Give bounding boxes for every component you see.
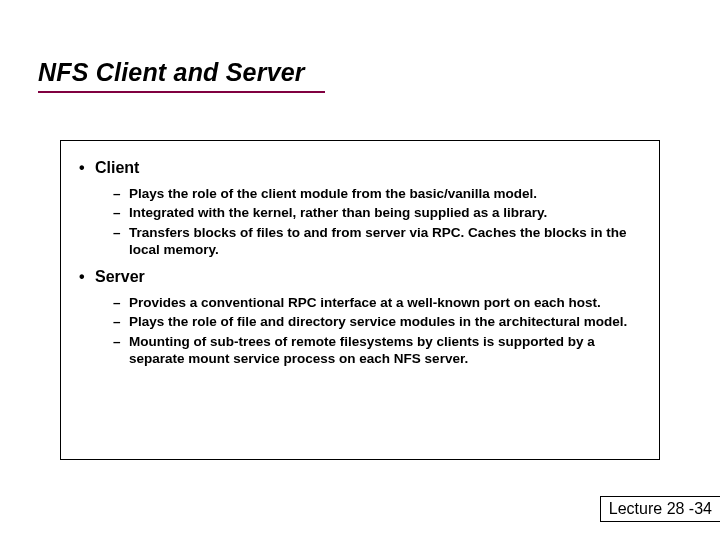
section-heading-label: Server xyxy=(95,268,145,286)
title-underline xyxy=(38,91,325,93)
list-item: – Transfers blocks of files to and from … xyxy=(113,224,641,259)
list-item: – Provides a conventional RPC interface … xyxy=(113,294,641,311)
list-item-text: Transfers blocks of files to and from se… xyxy=(129,224,641,259)
bullet-icon: • xyxy=(79,268,95,286)
list-item: – Plays the role of the client module fr… xyxy=(113,185,641,202)
list-item-text: Integrated with the kernel, rather than … xyxy=(129,204,641,221)
list-item: – Plays the role of file and directory s… xyxy=(113,313,641,330)
content-box: • Client – Plays the role of the client … xyxy=(60,140,660,460)
slide-title: NFS Client and Server xyxy=(38,58,305,87)
server-sublist: – Provides a conventional RPC interface … xyxy=(113,294,641,367)
section-heading-server: • Server xyxy=(79,268,641,286)
section-heading-label: Client xyxy=(95,159,139,177)
section-heading-client: • Client xyxy=(79,159,641,177)
dash-icon: – xyxy=(113,333,129,350)
bullet-icon: • xyxy=(79,159,95,177)
client-sublist: – Plays the role of the client module fr… xyxy=(113,185,641,258)
list-item-text: Mounting of sub-trees of remote filesyst… xyxy=(129,333,641,368)
dash-icon: – xyxy=(113,313,129,330)
dash-icon: – xyxy=(113,204,129,221)
list-item-text: Plays the role of the client module from… xyxy=(129,185,641,202)
footer-label: Lecture 28 -34 xyxy=(600,496,720,522)
dash-icon: – xyxy=(113,185,129,202)
list-item-text: Plays the role of file and directory ser… xyxy=(129,313,641,330)
list-item: – Mounting of sub-trees of remote filesy… xyxy=(113,333,641,368)
dash-icon: – xyxy=(113,294,129,311)
list-item-text: Provides a conventional RPC interface at… xyxy=(129,294,641,311)
list-item: – Integrated with the kernel, rather tha… xyxy=(113,204,641,221)
dash-icon: – xyxy=(113,224,129,241)
